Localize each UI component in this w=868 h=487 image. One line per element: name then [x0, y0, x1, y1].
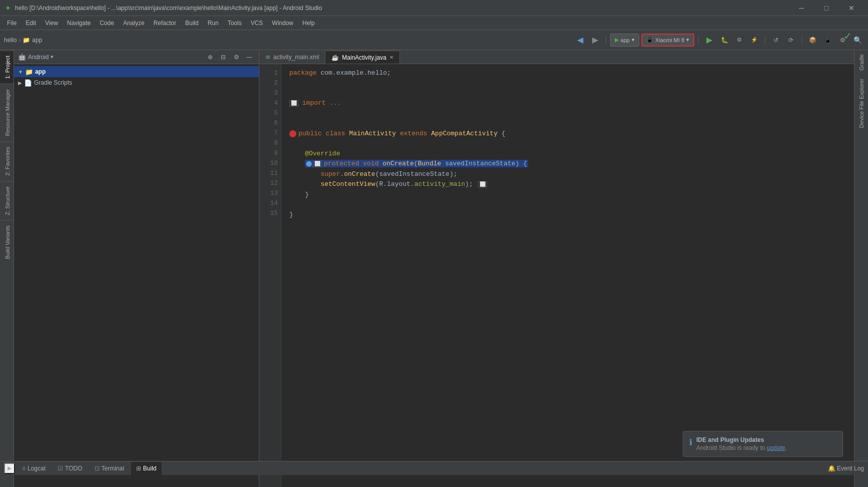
- device-label: Xiaomi MI 8: [655, 37, 684, 43]
- breadcrumb: hello › 📁 app: [4, 37, 42, 44]
- device-button[interactable]: 📱 Xiaomi MI 8 ▾: [641, 34, 694, 47]
- menu-tools[interactable]: Tools: [224, 18, 246, 28]
- editor-area: ≋ activity_main.xml ☕ MainActivity.java …: [259, 50, 854, 487]
- menu-code[interactable]: Code: [96, 18, 118, 28]
- main-layout: 1: Project Resource Manager 2: Favorites…: [0, 50, 868, 487]
- close-button[interactable]: ✕: [840, 0, 863, 16]
- toolbar-divider2: [698, 35, 699, 45]
- debug-button[interactable]: 🐛: [718, 34, 731, 47]
- code-line-10: ⬤⬜protected void onCreate(Bundle savedIn…: [289, 159, 846, 169]
- menu-file[interactable]: File: [3, 18, 21, 28]
- tab-activity-main[interactable]: ≋ activity_main.xml: [259, 51, 325, 64]
- breadcrumb-app[interactable]: app: [32, 37, 42, 44]
- tree-icon-gradle: 📄: [24, 79, 32, 87]
- menu-build[interactable]: Build: [181, 18, 203, 28]
- device-arrow-icon: ▾: [686, 37, 689, 43]
- sync-button[interactable]: ↺: [769, 34, 782, 47]
- tab-logcat[interactable]: ≡ Logcat: [17, 462, 51, 475]
- tab-build[interactable]: ⊞ Build: [131, 462, 162, 475]
- sidebar-item-resource[interactable]: Resource Manager: [0, 84, 14, 141]
- avd-manager-button[interactable]: 📱: [821, 34, 834, 47]
- java-file-icon: ☕: [331, 54, 339, 61]
- code-editor[interactable]: 1 2 3 4 5 6 7 8 9 10 11 12 13 14 15 pack…: [259, 64, 854, 487]
- minimize-button[interactable]: ─: [790, 0, 813, 16]
- bottom-action-bar: ▶ ≡ Logcat ☑ TODO ⊡ Terminal ⊞ Build 🔔 E…: [0, 461, 868, 475]
- tab-todo[interactable]: ☑ TODO: [53, 462, 87, 475]
- project-locate-button[interactable]: ⊕: [205, 52, 216, 63]
- logcat-expand-button[interactable]: ▶: [4, 463, 15, 474]
- menu-window[interactable]: Window: [268, 18, 297, 28]
- line-numbers: 1 2 3 4 5 6 7 8 9 10 11 12 13 14 15: [259, 64, 281, 487]
- run-button[interactable]: ▶: [703, 34, 716, 47]
- menu-view[interactable]: View: [41, 18, 62, 28]
- code-line-3: [289, 88, 846, 98]
- sidebar-item-project[interactable]: 1: Project: [0, 50, 14, 84]
- code-line-1: package com.example.hello;: [289, 68, 846, 78]
- right-sidebar: Gradle Device File Explorer: [854, 50, 868, 487]
- project-settings-button[interactable]: ⚙: [231, 52, 242, 63]
- menu-navigate[interactable]: Navigate: [63, 18, 95, 28]
- tree-item-app[interactable]: ▼ 📁 app: [14, 66, 259, 77]
- tab-close-main-activity[interactable]: ✕: [389, 55, 393, 60]
- search-everywhere-button[interactable]: 🔍: [851, 34, 864, 47]
- todo-label: TODO: [65, 465, 82, 472]
- todo-icon: ☑: [58, 465, 63, 472]
- build-icon: ⊞: [136, 465, 141, 472]
- sidebar-item-favorites[interactable]: 2: Favorites: [0, 141, 14, 180]
- gradle-sync-button[interactable]: ⟳: [784, 34, 797, 47]
- code-line-5: [289, 109, 846, 119]
- run-config-label: app: [621, 37, 630, 43]
- build-success-icon: ✓: [843, 31, 852, 42]
- nav-fwd-button[interactable]: ▶: [589, 34, 602, 47]
- window-title: hello [D:\Android\workspace\hello] - ...…: [15, 5, 790, 12]
- menu-run[interactable]: Run: [204, 18, 223, 28]
- left-panel-tabs: 1: Project Resource Manager 2: Favorites…: [0, 50, 14, 487]
- tree-item-gradle-scripts[interactable]: ▶ 📄 Gradle Scripts: [14, 77, 259, 88]
- run-config-icon: ▶: [615, 37, 619, 43]
- sidebar-item-structure[interactable]: Z: Structure: [0, 181, 14, 220]
- menu-help[interactable]: Help: [298, 18, 319, 28]
- tab-main-activity[interactable]: ☕ MainActivity.java ✕: [325, 51, 399, 64]
- tab-main-activity-label: MainActivity.java: [342, 54, 386, 61]
- sdk-manager-button[interactable]: 📦: [806, 34, 819, 47]
- toolbar: hello › 📁 app ◀ ▶ ▶ app ▾ 📱 Xiaomi MI 8 …: [0, 30, 868, 50]
- titlebar: ✦ hello [D:\Android\workspace\hello] - .…: [0, 0, 868, 16]
- tab-terminal[interactable]: ⊡ Terminal: [90, 462, 129, 475]
- tree-arrow-gradle: ▶: [18, 80, 22, 86]
- menubar: File Edit View Navigate Code Analyze Ref…: [0, 16, 868, 30]
- tree-icon-app: 📁: [25, 68, 33, 76]
- attach-debugger-button[interactable]: ⚙: [733, 34, 746, 47]
- logcat-label: Logcat: [28, 465, 46, 472]
- code-line-8: [289, 139, 846, 149]
- maximize-button[interactable]: □: [815, 0, 838, 16]
- code-line-7: public class MainActivity extends AppCom…: [289, 129, 846, 139]
- menu-analyze[interactable]: Analyze: [119, 18, 149, 28]
- project-collapse-button[interactable]: ⊟: [218, 52, 229, 63]
- event-log-bottom-label[interactable]: 🔔 Event Log: [828, 465, 864, 472]
- profile-button[interactable]: ⚡: [748, 34, 761, 47]
- menu-edit[interactable]: Edit: [22, 18, 40, 28]
- project-hide-button[interactable]: —: [244, 52, 255, 63]
- breadcrumb-hello[interactable]: hello: [4, 37, 17, 44]
- code-line-6: [289, 119, 846, 129]
- window-controls: ─ □ ✕: [790, 0, 863, 16]
- sidebar-item-device-explorer[interactable]: Device File Explorer: [856, 75, 866, 132]
- breadcrumb-sep1: ›: [19, 37, 21, 44]
- code-content[interactable]: package com.example.hello; ⬜ import ... …: [281, 64, 854, 487]
- nav-back-button[interactable]: ◀: [574, 34, 587, 47]
- xml-file-icon: ≋: [265, 54, 270, 61]
- android-dropdown-icon[interactable]: ▾: [51, 54, 54, 60]
- menu-refactor[interactable]: Refactor: [150, 18, 180, 28]
- editor-tabs: ≋ activity_main.xml ☕ MainActivity.java …: [259, 50, 854, 64]
- device-phone-icon: 📱: [646, 37, 653, 43]
- code-line-14: [289, 200, 846, 210]
- tree-arrow-app: ▼: [18, 69, 23, 75]
- sidebar-item-build-variants[interactable]: Build Variants: [0, 220, 14, 264]
- code-line-2: [289, 78, 846, 88]
- run-config-button[interactable]: ▶ app ▾: [610, 34, 639, 47]
- menu-vcs[interactable]: VCS: [247, 18, 267, 28]
- project-panel-title: Android: [28, 54, 49, 61]
- sidebar-item-gradle[interactable]: Gradle: [856, 50, 866, 75]
- code-line-13: }: [289, 190, 846, 200]
- toolbar-divider1: [606, 35, 606, 45]
